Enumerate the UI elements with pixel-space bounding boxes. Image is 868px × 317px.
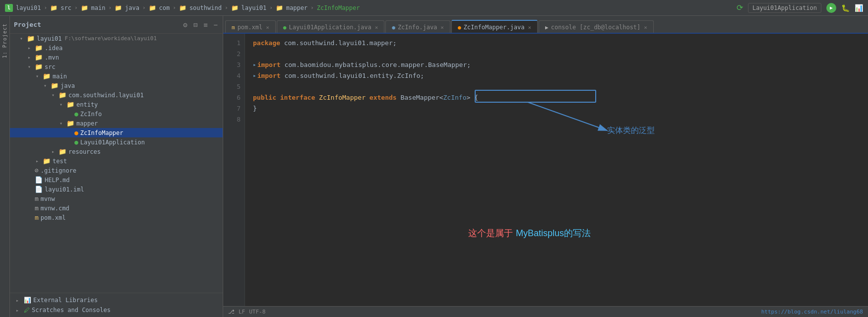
arrow-package — [52, 92, 58, 98]
arrow-idea — [28, 45, 34, 51]
arrow-resources — [52, 149, 58, 154]
ln-2: 2 — [223, 49, 241, 60]
root-path: F:\software\workidea\layui01 — [65, 35, 157, 42]
git-icon: ⎇ — [228, 309, 235, 315]
debug-icon[interactable]: 🐛 — [841, 4, 850, 12]
root-label: layui01 — [37, 35, 62, 42]
settings-icon[interactable]: ≡ — [202, 20, 208, 30]
arrow-mapper — [60, 121, 65, 126]
profile-icon[interactable]: 📊 — [855, 4, 863, 12]
tree-package[interactable]: 📁 com.southwind.layui01 — [10, 90, 223, 100]
minimize-icon[interactable]: − — [213, 20, 219, 30]
tree-mvn[interactable]: 📁 .mvn — [10, 53, 223, 62]
editor-area: m pom.xml × ● Layui01Application.java × … — [223, 16, 868, 317]
layout-icon[interactable]: ⊟ — [192, 20, 198, 30]
tree-entity[interactable]: 📁 entity — [10, 100, 223, 109]
entity-label: entity — [76, 101, 98, 108]
tree-src[interactable]: 📁 src — [10, 62, 223, 71]
sidebar: Project ⚙ ⊟ ≡ − 📁 layui01 F:\software\wo… — [10, 16, 223, 317]
breadcrumb-java: java — [125, 4, 139, 11]
tree-resources[interactable]: 📁 resources — [10, 147, 223, 156]
code-line-5 — [253, 81, 868, 92]
tree-root[interactable]: 📁 layui01 F:\software\workidea\layui01 — [10, 34, 223, 43]
iml-icon: 📄 — [35, 186, 43, 193]
tab-zcinfoMapper[interactable]: ● ZcInfoMapper.java × — [451, 20, 538, 33]
arrow-mvn — [28, 55, 34, 60]
breadcrumb-main: main — [91, 4, 106, 11]
java-zcinfo-icon: ● — [74, 110, 78, 118]
tab-zcinfo-close[interactable]: × — [440, 24, 444, 31]
tree-zcinfoMapper[interactable]: ● ZcInfoMapper — [10, 128, 223, 137]
annotation-mybatisplus: 这个是属于 MyBatisplus的写法 — [468, 227, 591, 239]
tree-main[interactable]: 📁 main — [10, 71, 223, 81]
fold-icon-3[interactable]: ▸ — [253, 60, 256, 70]
scratches-label: Scratches and Consoles — [32, 307, 111, 314]
annotation-text1: 这个是属于 — [468, 227, 513, 239]
run-config-dropdown[interactable]: Layui01Application — [748, 3, 821, 13]
breadcrumb-mapper: mapper — [286, 4, 308, 11]
arrow-main — [36, 73, 42, 79]
tree-pomxml[interactable]: m pom.xml — [10, 213, 223, 222]
arrow-src — [28, 64, 34, 69]
tab-zcinfo[interactable]: ● ZcInfo.java × — [385, 20, 450, 33]
tree-application[interactable]: ● Layui01Application — [10, 137, 223, 147]
editor-content[interactable]: 1 2 3 4 5 6 7 8 package com.southwind.la… — [223, 34, 868, 306]
resources-label: resources — [68, 148, 101, 155]
project-panel-label[interactable]: 1: Project — [2, 23, 7, 58]
tree-mvnwcmd[interactable]: m mvnw.cmd — [10, 203, 223, 213]
scratches-and-consoles[interactable]: 🖊 Scratches and Consoles — [14, 305, 219, 315]
external-libraries[interactable]: 📊 External Libraries — [14, 295, 219, 305]
sidebar-title: Project — [14, 21, 178, 28]
panel-strip: 1: Project — [0, 16, 10, 317]
mapper-label: mapper — [76, 120, 98, 127]
tab-pomxml[interactable]: m pom.xml × — [225, 20, 276, 33]
iml-label: layui01.iml — [45, 186, 84, 193]
ln-6: 6 — [223, 92, 241, 103]
breadcrumb-southwind: southwind — [189, 4, 222, 11]
folder-package-icon: 📁 — [59, 91, 66, 99]
arrow-root — [20, 36, 26, 41]
tree-mapper[interactable]: 📁 mapper — [10, 119, 223, 128]
title-bar: l layui01 › 📁 src › 📁 main › 📁 java › 📁 … — [0, 0, 868, 16]
code-editor[interactable]: package com.southwind.layui01.mapper; ▸ … — [245, 34, 868, 306]
tree-helpmd[interactable]: 📄 HELP.md — [10, 175, 223, 185]
tab-console-close[interactable]: × — [644, 24, 647, 31]
tab-bar: m pom.xml × ● Layui01Application.java × … — [223, 16, 868, 34]
breadcrumb-area: l layui01 › 📁 src › 📁 main › 📁 java › 📁 … — [5, 4, 737, 12]
run-button[interactable] — [826, 3, 836, 13]
ln-8: 8 — [223, 114, 241, 125]
sync-icon[interactable]: ⟳ — [737, 3, 743, 12]
tree-mvnw[interactable]: m mvnw — [10, 194, 223, 203]
tab-pomxml-close[interactable]: × — [266, 24, 269, 31]
tab-app-close[interactable]: × — [375, 24, 378, 31]
tree-gitignore[interactable]: ⊘ .gitignore — [10, 166, 223, 175]
sidebar-bottom: 📊 External Libraries 🖊 Scratches and Con… — [10, 293, 223, 317]
tab-application[interactable]: ● Layui01Application.java × — [277, 20, 384, 33]
code-line-4: ▸ import com.southwind.layui01.entity.Zc… — [253, 70, 868, 81]
tree-test[interactable]: 📁 test — [10, 156, 223, 166]
java-label: java — [61, 82, 75, 89]
tree-iml[interactable]: 📄 layui01.iml — [10, 185, 223, 194]
code-line-7: } — [253, 103, 868, 114]
tree-zcinfo[interactable]: ● ZcInfo — [10, 109, 223, 119]
annotation-text2: MyBatisplus的写法 — [516, 227, 591, 239]
tab-console[interactable]: ▶ console [zc_db@localhost] × — [539, 20, 654, 33]
gear-icon[interactable]: ⚙ — [182, 20, 188, 30]
blog-url: https://blog.csdn.net/liulang68 — [761, 309, 863, 315]
tree-idea[interactable]: 📁 .idea — [10, 43, 223, 53]
toolbar-right: ⟳ Layui01Application 🐛 📊 — [737, 3, 863, 13]
ln-5: 5 — [223, 81, 241, 92]
line-numbers: 1 2 3 4 5 6 7 8 — [223, 34, 245, 306]
folder-mvn-icon: 📁 — [35, 54, 43, 61]
gitignore-label: .gitignore — [41, 167, 76, 174]
arrow-test — [36, 158, 42, 164]
folder-idea-icon: 📁 — [35, 44, 43, 52]
code-line-6: public interface ZcInfoMapper extends Ba… — [253, 92, 868, 103]
tab-mapper-close[interactable]: × — [528, 24, 531, 31]
ln-1: 1 — [223, 38, 241, 49]
project-tree: 📁 layui01 F:\software\workidea\layui01 📁… — [10, 34, 223, 293]
fold-icon-4[interactable]: ▸ — [253, 70, 256, 81]
folder-test-icon: 📁 — [43, 157, 51, 165]
src-label: src — [45, 63, 56, 70]
tree-java[interactable]: 📁 java — [10, 81, 223, 90]
